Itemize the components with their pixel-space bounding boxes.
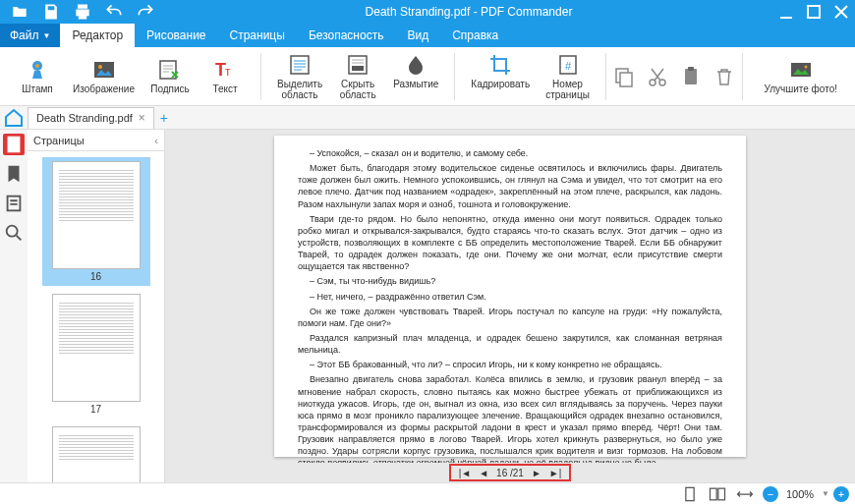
- two-page-view-icon[interactable]: [708, 484, 727, 504]
- crop-button[interactable]: Кадрировать: [471, 53, 530, 89]
- chevron-down-icon: ▼: [43, 31, 51, 40]
- hide-area-icon: [346, 53, 370, 77]
- zoom-value[interactable]: 100%: [782, 488, 818, 500]
- collapse-panel-icon[interactable]: ‹: [154, 135, 158, 146]
- svg-rect-11: [352, 66, 364, 71]
- image-icon: [92, 58, 116, 82]
- menu-file[interactable]: Файл▼: [0, 24, 60, 47]
- hide-area-label: Скрыть область: [340, 79, 376, 100]
- ribbon: Штамп Изображение Подпись TтТекст Выдели…: [0, 47, 855, 106]
- close-button[interactable]: [827, 0, 855, 24]
- home-icon[interactable]: [0, 106, 28, 130]
- blur-label: Размытие: [393, 79, 438, 89]
- page-text: – Нет, ничего, – раздражённо ответил Сэм…: [298, 291, 722, 303]
- page-text: Внезапно двигатель снова заработал. Колё…: [298, 373, 722, 463]
- svg-text:т: т: [225, 65, 231, 79]
- document-tab[interactable]: Death Stranding.pdf×: [28, 107, 154, 129]
- document-page: – Успокойся, – сказал он и водителю, и с…: [274, 136, 746, 457]
- menu-drawing[interactable]: Рисование: [135, 24, 217, 47]
- zoom-dropdown-icon[interactable]: ▼: [822, 489, 829, 498]
- svg-rect-10: [349, 56, 367, 74]
- open-file-icon[interactable]: [6, 2, 33, 22]
- svg-point-24: [7, 226, 18, 237]
- text-icon: Tт: [213, 58, 237, 82]
- pagenum-icon: #: [556, 53, 580, 77]
- thumbnail-page[interactable]: 16: [42, 157, 150, 286]
- thumbnails-list[interactable]: 16 17: [28, 151, 164, 482]
- pagenum-button[interactable]: #Номер страницы: [545, 53, 590, 100]
- prev-page-button[interactable]: ◄: [479, 468, 488, 478]
- thumbnails-title: Страницы: [33, 135, 85, 146]
- menu-view[interactable]: Вид: [395, 24, 440, 47]
- thumbnail-number: 17: [90, 404, 101, 415]
- svg-rect-0: [780, 17, 792, 19]
- improve-photo-label: Улучшите фото!: [764, 84, 837, 94]
- page-navigator: |◄ ◄ 16 /21 ► ►|: [165, 463, 855, 482]
- redo-icon[interactable]: [132, 2, 159, 22]
- page-viewport[interactable]: – Успокойся, – сказал он и водителю, и с…: [165, 130, 855, 463]
- fit-width-icon[interactable]: [735, 484, 755, 504]
- maximize-button[interactable]: [800, 0, 827, 24]
- search-panel-icon[interactable]: [3, 222, 25, 244]
- svg-rect-26: [711, 488, 717, 500]
- save-icon[interactable]: [37, 2, 65, 22]
- thumbnails-panel: Страницы ‹ 16 17: [28, 130, 165, 482]
- sign-button[interactable]: Подпись: [150, 58, 190, 94]
- text-label: Текст: [212, 84, 237, 94]
- image-label: Изображение: [73, 84, 135, 94]
- zoom-control: − 100% ▼ +: [763, 486, 849, 502]
- tab-close-icon[interactable]: ×: [139, 111, 145, 125]
- menu-bar: Файл▼ Редактор Рисование Страницы Безопа…: [0, 24, 855, 47]
- print-icon[interactable]: [69, 2, 96, 22]
- zoom-in-button[interactable]: +: [833, 486, 849, 502]
- first-page-button[interactable]: |◄: [459, 468, 472, 478]
- improve-photo-button[interactable]: Улучшите фото!: [764, 58, 837, 94]
- image-button[interactable]: Изображение: [73, 58, 135, 94]
- select-area-button[interactable]: Выделить область: [277, 53, 322, 100]
- left-sidebar: [0, 130, 28, 482]
- svg-point-5: [98, 65, 102, 69]
- svg-text:#: #: [565, 60, 572, 72]
- copy-icon[interactable]: [612, 65, 636, 88]
- thumbnails-panel-icon[interactable]: [3, 134, 25, 155]
- menu-editor[interactable]: Редактор: [60, 24, 135, 47]
- page-indicator[interactable]: 16 /21: [496, 468, 524, 478]
- page-text: – Успокойся, – сказал он и водителю, и с…: [298, 147, 722, 159]
- zoom-out-button[interactable]: −: [763, 486, 778, 502]
- menu-pages[interactable]: Страницы: [218, 24, 297, 47]
- stamp-label: Штамп: [22, 84, 52, 94]
- main-area: Страницы ‹ 16 17 – Успокойся, – сказал о…: [0, 130, 855, 482]
- sign-icon: [158, 58, 182, 82]
- page-text: – Этот ББ бракованный, что ли? – спросил…: [298, 359, 722, 370]
- single-page-view-icon[interactable]: [680, 484, 700, 504]
- paste-icon[interactable]: [679, 65, 703, 88]
- svg-rect-15: [620, 73, 632, 86]
- thumbnail-page[interactable]: [42, 422, 150, 482]
- cut-icon[interactable]: [646, 65, 669, 88]
- attachments-panel-icon[interactable]: [3, 193, 25, 214]
- text-button[interactable]: TтТекст: [205, 58, 245, 94]
- last-page-button[interactable]: ►|: [549, 468, 562, 478]
- blur-button[interactable]: Размытие: [393, 53, 438, 89]
- bookmarks-panel-icon[interactable]: [3, 163, 25, 185]
- svg-rect-25: [686, 487, 694, 500]
- thumbnail-page[interactable]: 17: [42, 290, 150, 419]
- minimize-button[interactable]: [772, 0, 800, 24]
- stamp-button[interactable]: Штамп: [18, 58, 57, 94]
- add-tab-button[interactable]: +: [154, 110, 174, 126]
- hide-area-button[interactable]: Скрыть область: [338, 53, 377, 100]
- delete-icon[interactable]: [712, 65, 736, 88]
- blur-icon: [404, 53, 428, 77]
- menu-help[interactable]: Справка: [440, 24, 510, 47]
- title-bar: Death Stranding.pdf - PDF Commander: [0, 0, 855, 24]
- menu-security[interactable]: Безопасность: [297, 24, 396, 47]
- svg-rect-22: [8, 137, 21, 153]
- next-page-button[interactable]: ►: [532, 468, 542, 478]
- window-title: Death Stranding.pdf - PDF Commander: [165, 5, 772, 19]
- thumbnails-header: Страницы ‹: [28, 130, 164, 151]
- menu-file-label: Файл: [10, 28, 39, 42]
- tab-bar: Death Stranding.pdf× +: [0, 106, 855, 130]
- svg-point-21: [804, 66, 807, 69]
- sign-label: Подпись: [150, 84, 190, 94]
- undo-icon[interactable]: [100, 2, 128, 22]
